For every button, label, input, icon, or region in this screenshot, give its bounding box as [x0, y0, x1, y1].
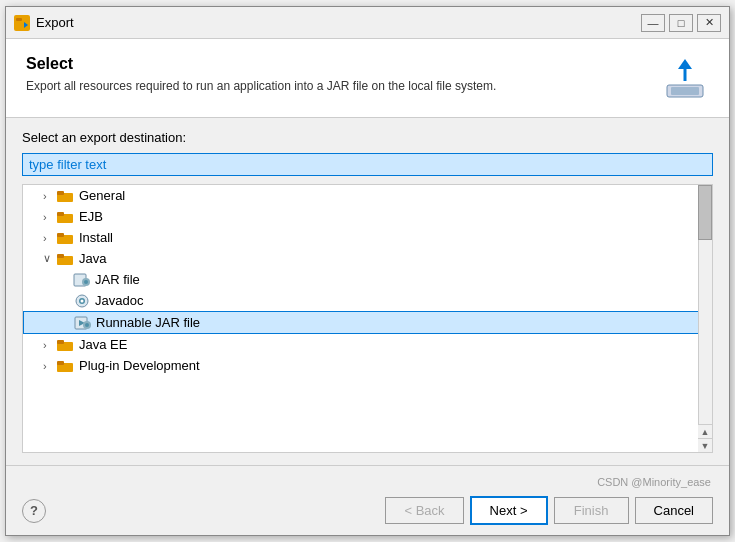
expander-java[interactable]: ∨: [43, 252, 57, 265]
header-description: Export all resources required to run an …: [26, 79, 661, 93]
expander-plugin-dev[interactable]: ›: [43, 360, 57, 372]
svg-rect-4: [671, 87, 699, 95]
bottom-section: CSDN @Minority_ease ? < Back Next > Fini…: [6, 465, 729, 535]
tree-item-general[interactable]: › General: [23, 185, 712, 206]
svg-rect-1: [16, 18, 22, 21]
folder-icon-java-ee: [57, 338, 75, 352]
expander-java-ee[interactable]: ›: [43, 339, 57, 351]
window-icon: [14, 15, 30, 31]
folder-icon-plugin-dev: [57, 359, 75, 373]
tree-label-ejb: EJB: [79, 209, 103, 224]
content-section: Select an export destination: › General …: [6, 118, 729, 465]
svg-rect-28: [57, 361, 64, 365]
svg-rect-8: [57, 191, 64, 195]
expander-ejb[interactable]: ›: [43, 211, 57, 223]
folder-icon-java: [57, 252, 75, 266]
button-row: ? < Back Next > Finish Cancel: [22, 496, 713, 525]
tree-container[interactable]: › General › EJB ›: [22, 184, 713, 453]
header-text: Select Export all resources required to …: [26, 55, 661, 93]
svg-rect-12: [57, 233, 64, 237]
tree-label-general: General: [79, 188, 125, 203]
tree-label-java: Java: [79, 251, 106, 266]
tree-label-java-ee: Java EE: [79, 337, 127, 352]
tree-item-runnable-jar[interactable]: Runnable JAR file: [23, 311, 712, 334]
watermark: CSDN @Minority_ease: [22, 476, 713, 488]
folder-icon-install: [57, 231, 75, 245]
file-icon-runnable-jar: [74, 316, 92, 330]
scrollbar-track[interactable]: ▲ ▼: [698, 185, 712, 452]
svg-rect-14: [57, 254, 64, 258]
svg-marker-6: [678, 59, 692, 69]
minimize-button[interactable]: —: [641, 14, 665, 32]
back-button[interactable]: < Back: [385, 497, 463, 524]
window-title: Export: [36, 15, 74, 30]
file-icon-javadoc: [73, 294, 91, 308]
export-dialog: Export — □ ✕ Select Export all resources…: [5, 6, 730, 536]
folder-icon-ejb: [57, 210, 75, 224]
help-button[interactable]: ?: [22, 499, 46, 523]
expander-general[interactable]: ›: [43, 190, 57, 202]
scrollbar-thumb[interactable]: [698, 185, 712, 240]
next-button[interactable]: Next >: [470, 496, 548, 525]
section-label: Select an export destination:: [22, 130, 713, 145]
tree-item-ejb[interactable]: › EJB: [23, 206, 712, 227]
maximize-button[interactable]: □: [669, 14, 693, 32]
svg-point-20: [81, 299, 84, 302]
tree-label-runnable-jar: Runnable JAR file: [96, 315, 200, 330]
tree-label-javadoc: Javadoc: [95, 293, 143, 308]
tree-item-javadoc[interactable]: Javadoc: [23, 290, 712, 311]
scroll-down-btn[interactable]: ▼: [698, 438, 712, 452]
header-title: Select: [26, 55, 661, 73]
file-icon-jar: [73, 273, 91, 287]
tree-item-jar-file[interactable]: JAR file: [23, 269, 712, 290]
titlebar-controls: — □ ✕: [641, 14, 721, 32]
header-icon: [661, 55, 709, 103]
svg-point-24: [85, 323, 89, 327]
tree-label-install: Install: [79, 230, 113, 245]
finish-button[interactable]: Finish: [554, 497, 629, 524]
folder-icon-general: [57, 189, 75, 203]
filter-input[interactable]: [22, 153, 713, 176]
svg-rect-26: [57, 340, 64, 344]
tree-item-java[interactable]: ∨ Java: [23, 248, 712, 269]
close-button[interactable]: ✕: [697, 14, 721, 32]
scroll-up-btn[interactable]: ▲: [698, 424, 712, 438]
header-section: Select Export all resources required to …: [6, 39, 729, 118]
titlebar-left: Export: [14, 15, 74, 31]
tree-label-plugin-dev: Plug-in Development: [79, 358, 200, 373]
cancel-button[interactable]: Cancel: [635, 497, 713, 524]
expander-install[interactable]: ›: [43, 232, 57, 244]
svg-rect-10: [57, 212, 64, 216]
tree-item-java-ee[interactable]: › Java EE: [23, 334, 712, 355]
titlebar: Export — □ ✕: [6, 7, 729, 39]
svg-point-17: [84, 280, 88, 284]
tree-item-install[interactable]: › Install: [23, 227, 712, 248]
tree-item-plugin-dev[interactable]: › Plug-in Development: [23, 355, 712, 376]
tree-label-jar-file: JAR file: [95, 272, 140, 287]
